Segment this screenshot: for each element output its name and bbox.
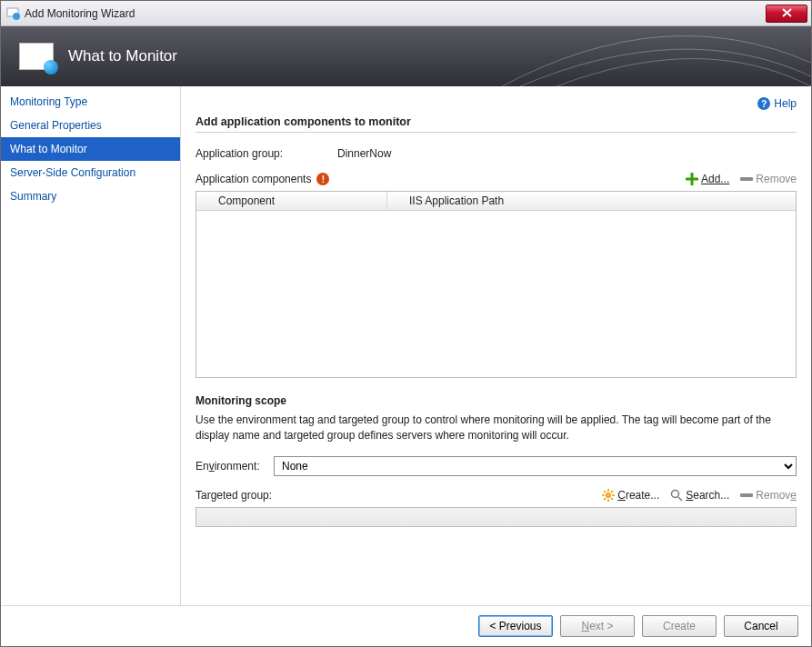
svg-point-1	[13, 13, 20, 20]
create-label: Create...	[617, 489, 659, 502]
monitor-icon	[19, 43, 54, 70]
remove-group-button: Remove	[740, 489, 797, 502]
components-table[interactable]: Component IIS Application Path	[195, 191, 797, 378]
remove2-label: Remove	[756, 489, 797, 502]
search-icon	[670, 489, 683, 502]
sidebar-item-general-properties[interactable]: General Properties	[1, 114, 180, 137]
remove-component-button: Remove	[740, 173, 797, 185]
monitoring-scope-heading: Monitoring scope	[195, 394, 797, 407]
svg-point-2	[606, 493, 610, 496]
search-label: Search...	[686, 489, 729, 502]
cancel-button[interactable]: Cancel	[724, 615, 798, 637]
wizard-window: Add Monitoring Wizard What to Monitor Mo…	[0, 0, 812, 647]
create-group-button[interactable]: Create...	[602, 489, 659, 502]
create-button: Create	[642, 615, 717, 637]
wizard-footer: < Previous Next > Create Cancel	[1, 605, 811, 646]
application-components-label: Application components	[195, 173, 311, 185]
warning-icon: !	[316, 173, 329, 185]
minus-icon	[740, 177, 753, 181]
titlebar: Add Monitoring Wizard	[1, 1, 811, 26]
window-title: Add Monitoring Wizard	[25, 7, 135, 20]
sidebar-item-summary[interactable]: Summary	[1, 184, 180, 208]
plus-icon	[686, 173, 698, 185]
remove-label: Remove	[756, 173, 797, 185]
search-group-button[interactable]: Search...	[670, 489, 729, 502]
column-component[interactable]: Component	[196, 192, 387, 210]
svg-point-3	[672, 490, 679, 497]
wizard-steps-sidebar: Monitoring Type General Properties What …	[1, 86, 181, 605]
page-heading: What to Monitor	[68, 47, 177, 65]
header-decoration	[502, 26, 811, 86]
add-label: Add...	[701, 173, 729, 185]
next-button: Next >	[560, 615, 635, 637]
minus-icon	[740, 493, 753, 497]
sidebar-item-what-to-monitor[interactable]: What to Monitor	[1, 137, 180, 161]
help-icon: ?	[757, 97, 770, 110]
close-icon	[782, 8, 792, 19]
targeted-group-label: Targeted group:	[195, 489, 272, 502]
section-heading: Add application components to monitor	[195, 115, 797, 128]
table-header: Component IIS Application Path	[196, 192, 796, 211]
sun-icon	[602, 489, 615, 502]
previous-button[interactable]: < Previous	[478, 615, 553, 637]
environment-select[interactable]: None	[274, 456, 797, 476]
column-iis-path[interactable]: IIS Application Path	[387, 192, 796, 210]
close-button[interactable]	[766, 5, 807, 23]
environment-label: Environment:	[195, 460, 266, 473]
header-banner: What to Monitor	[1, 26, 811, 86]
application-group-value: DinnerNow	[337, 147, 391, 160]
add-component-button[interactable]: Add...	[686, 173, 729, 185]
main-panel: ? Help Add application components to mon…	[181, 86, 811, 605]
targeted-group-field	[195, 507, 797, 527]
divider	[195, 132, 797, 133]
sidebar-item-monitoring-type[interactable]: Monitoring Type	[1, 90, 180, 114]
app-icon	[6, 6, 21, 21]
help-link[interactable]: Help	[774, 97, 797, 110]
application-group-label: Application group:	[195, 147, 330, 160]
monitoring-scope-description: Use the environment tag and targeted gro…	[195, 413, 797, 443]
sidebar-item-server-side-configuration[interactable]: Server-Side Configuration	[1, 161, 180, 184]
